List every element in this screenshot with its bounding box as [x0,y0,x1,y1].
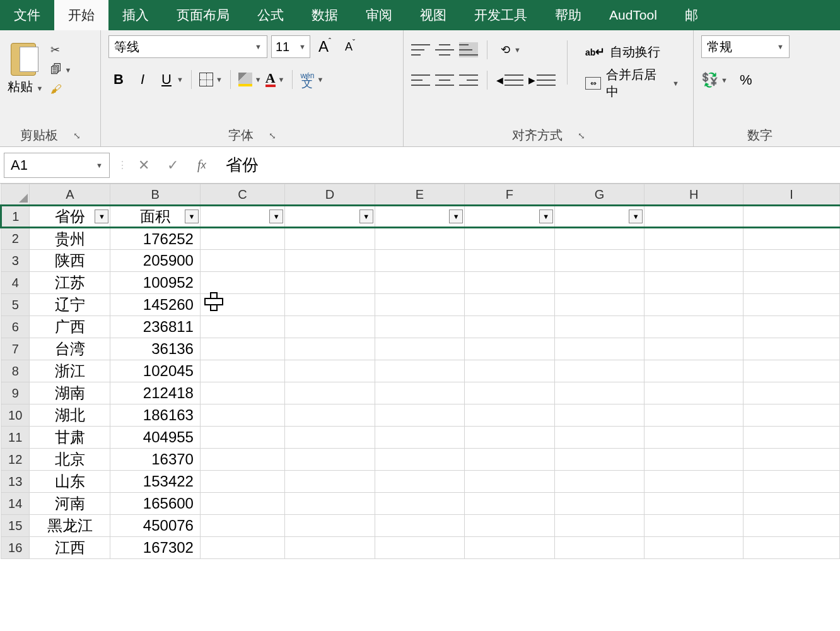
chevron-down-icon[interactable]: ▼ [514,46,521,54]
cell-H11[interactable] [645,427,744,449]
cell-C10[interactable] [200,404,284,427]
cell-G6[interactable] [554,316,645,338]
cell-E15[interactable] [375,515,465,537]
cell-A5[interactable]: 辽宁 [30,294,110,316]
cell-G14[interactable] [554,493,645,515]
cell-E6[interactable] [375,316,465,338]
cell-A12[interactable]: 北京 [30,449,110,471]
cell-B10[interactable]: 186163 [110,404,201,427]
col-header-F[interactable]: F [465,184,555,206]
cell-I16[interactable] [744,537,840,559]
cell-A16[interactable]: 江西 [30,537,110,559]
cell-A10[interactable]: 湖北 [30,404,110,427]
cell-I1[interactable] [744,206,840,228]
cell-I3[interactable] [744,250,840,272]
cell-G5[interactable] [554,294,645,316]
row-header[interactable]: 1 [1,206,30,228]
cell-F5[interactable] [465,294,555,316]
chevron-down-icon[interactable]: ▼ [255,76,262,83]
cell-F2[interactable] [465,228,555,250]
cell-H10[interactable] [645,404,744,427]
insert-function-button[interactable]: fx [193,156,211,174]
cell-G1[interactable]: ▼ [554,206,645,228]
cell-A8[interactable]: 浙江 [30,360,110,382]
cell-A9[interactable]: 湖南 [30,382,110,404]
tab-mail[interactable]: 邮 [671,0,712,30]
cell-I2[interactable] [744,228,840,250]
cell-C1[interactable]: ▼ [200,206,284,228]
align-center-button[interactable] [435,73,454,88]
cell-E16[interactable] [375,537,465,559]
name-box[interactable]: A1▼ [4,153,110,178]
cell-E13[interactable] [375,471,465,493]
phonetic-guide-button[interactable]: wén文▼ [300,72,324,87]
cell-G8[interactable] [554,360,645,382]
cell-D8[interactable] [285,360,375,382]
row-header[interactable]: 14 [1,493,30,515]
cell-D14[interactable] [285,493,375,515]
cell-E10[interactable] [375,404,465,427]
cell-F7[interactable] [465,338,555,360]
filter-dropdown-B[interactable]: ▼ [185,209,199,223]
col-header-H[interactable]: H [645,184,744,206]
cell-H13[interactable] [645,471,744,493]
cell-H1[interactable] [645,206,744,228]
cell-C11[interactable] [200,427,284,449]
cell-C9[interactable] [200,382,284,404]
cell-F14[interactable] [465,493,555,515]
chevron-down-icon[interactable]: ▼ [777,43,784,50]
cell-H2[interactable] [645,228,744,250]
cell-G4[interactable] [554,272,645,294]
number-format-combo[interactable]: 常规▼ [701,35,790,58]
cell-D4[interactable] [285,272,375,294]
row-header[interactable]: 3 [1,250,30,272]
cell-C15[interactable] [200,515,284,537]
cell-E12[interactable] [375,449,465,471]
tab-audtool[interactable]: AudTool [595,0,671,30]
filter-dropdown-E[interactable]: ▼ [449,209,463,223]
col-header-G[interactable]: G [554,184,645,206]
decrease-indent-button[interactable]: ◀ [496,73,523,88]
cell-I9[interactable] [744,382,840,404]
cell-F11[interactable] [465,427,555,449]
fill-color-button[interactable]: ▼ [238,73,262,86]
percent-button[interactable]: % [735,69,757,91]
cell-I5[interactable] [744,294,840,316]
row-header[interactable]: 2 [1,228,30,250]
cell-A4[interactable]: 江苏 [30,272,110,294]
tab-view[interactable]: 视图 [406,0,460,30]
cell-H7[interactable] [645,338,744,360]
col-header-E[interactable]: E [375,184,465,206]
cell-C4[interactable] [200,272,284,294]
cell-D3[interactable] [285,250,375,272]
align-right-button[interactable] [459,73,478,88]
cell-E2[interactable] [375,228,465,250]
cell-C6[interactable] [200,316,284,338]
filter-dropdown-A[interactable]: ▼ [95,209,108,223]
row-header[interactable]: 5 [1,294,30,316]
paste-button[interactable]: 粘贴 ▼ [8,40,43,95]
cell-F4[interactable] [465,272,555,294]
cell-F15[interactable] [465,515,555,537]
cell-B8[interactable]: 102045 [110,360,201,382]
cell-F10[interactable] [465,404,555,427]
cell-D9[interactable] [285,382,375,404]
cell-I6[interactable] [744,316,840,338]
cell-I14[interactable] [744,493,840,515]
cell-C16[interactable] [200,537,284,559]
cell-G16[interactable] [554,537,645,559]
cell-E14[interactable] [375,493,465,515]
font-size-combo[interactable]: 11▼ [271,35,310,58]
tab-data[interactable]: 数据 [298,0,352,30]
cell-A3[interactable]: 陕西 [30,250,110,272]
accounting-format-button[interactable]: 💱▼ [701,72,728,88]
cell-H6[interactable] [645,316,744,338]
cell-D5[interactable] [285,294,375,316]
cell-I4[interactable] [744,272,840,294]
cell-C8[interactable] [200,360,284,382]
font-dialog-launcher[interactable]: ⤡ [269,131,276,141]
cell-D15[interactable] [285,515,375,537]
increase-indent-button[interactable]: ▶ [528,73,556,88]
cell-H4[interactable] [645,272,744,294]
chevron-down-icon[interactable]: ▼ [37,85,44,92]
